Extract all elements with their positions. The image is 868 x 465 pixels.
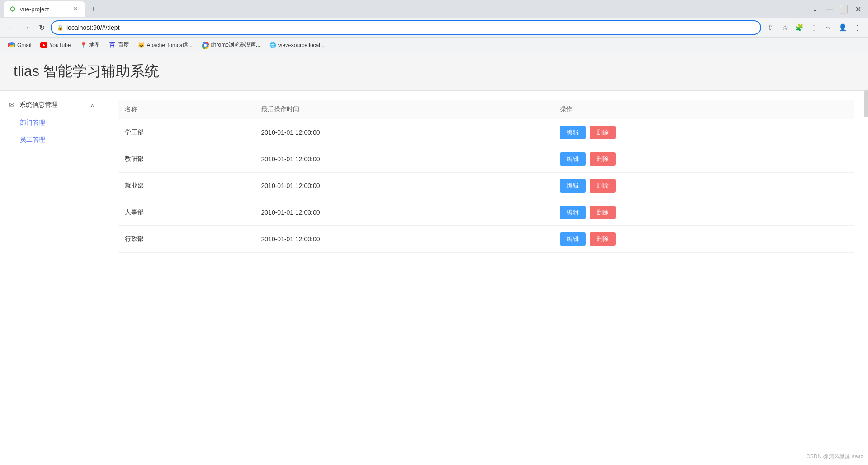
bookmark-youtube[interactable]: YouTube xyxy=(37,40,74,51)
sidebar-item-emp[interactable]: 员工管理 xyxy=(0,132,104,149)
cell-updated-at: 2010-01-01 12:00:00 xyxy=(254,119,552,146)
maps-icon: 📍 xyxy=(80,42,87,49)
table-row: 人事部2010-01-01 12:00:00编辑删除 xyxy=(118,199,854,226)
overflow-button[interactable]: ⋮ xyxy=(851,21,863,34)
edit-button[interactable]: 编辑 xyxy=(560,232,586,246)
bookmark-tomcat-label: Apache Tomcat®... xyxy=(147,42,193,48)
delete-button[interactable]: 删除 xyxy=(590,232,616,246)
bookmark-gmail-label: Gmail xyxy=(17,42,31,48)
toolbar-actions: ⇧ ☆ 🧩 ⋮ ▱ 👤 ⋮ xyxy=(764,21,863,34)
sidebar-menu-item-left: ✉ 系统信息管理 xyxy=(9,101,57,109)
bookmark-maps[interactable]: 📍 地图 xyxy=(76,39,104,51)
app-body: ✉ 系统信息管理 部门管理 员工管理 名称 最后操作时间 xyxy=(0,91,868,465)
cell-name: 行政部 xyxy=(118,226,254,253)
cell-name: 就业部 xyxy=(118,173,254,199)
lock-icon: 🔒 xyxy=(57,24,64,31)
svg-point-3 xyxy=(204,44,207,47)
chevron-up-icon xyxy=(90,101,94,108)
scrollbar-indicator[interactable] xyxy=(864,90,868,117)
profile-button[interactable]: 👤 xyxy=(836,21,849,34)
tab-favicon-icon xyxy=(9,5,16,13)
edit-button[interactable]: 编辑 xyxy=(560,152,586,166)
maximize-button[interactable]: ⬜ xyxy=(837,3,850,15)
cell-actions: 编辑删除 xyxy=(552,173,854,199)
sidebar-emp-label: 员工管理 xyxy=(20,136,45,144)
cell-actions: 编辑删除 xyxy=(552,146,854,173)
cell-updated-at: 2010-01-01 12:00:00 xyxy=(254,226,552,253)
bookmark-chrome-sound[interactable]: chrome浏览器没声... xyxy=(198,39,264,51)
bookmarks-bar: Gmail YouTube 📍 地图 百 百度 🐱 Apache Tomcat®… xyxy=(0,37,868,52)
bookmark-button[interactable]: ☆ xyxy=(778,21,791,34)
cell-updated-at: 2010-01-01 12:00:00 xyxy=(254,146,552,173)
browser-chrome: vue-project ✕ + ⌄ — ⬜ ✕ ← → ↻ 🔒 ⇧ ☆ 🧩 ⋮ … xyxy=(0,0,868,52)
edit-button[interactable]: 编辑 xyxy=(560,179,586,193)
share-button[interactable]: ⇧ xyxy=(764,21,777,34)
mail-icon: ✉ xyxy=(9,101,15,109)
cell-actions: 编辑删除 xyxy=(552,199,854,226)
table-row: 学工部2010-01-01 12:00:00编辑删除 xyxy=(118,119,854,146)
back-button[interactable]: ← xyxy=(5,21,17,34)
gmail-icon xyxy=(8,42,15,49)
bookmark-gmail[interactable]: Gmail xyxy=(5,40,35,51)
bookmark-tomcat[interactable]: 🐱 Apache Tomcat®... xyxy=(134,40,196,51)
cell-actions: 编辑删除 xyxy=(552,119,854,146)
bookmark-view-source[interactable]: 🌐 view-source:local... xyxy=(266,40,328,51)
main-content: 名称 最后操作时间 操作 学工部2010-01-01 12:00:00编辑删除教… xyxy=(104,91,868,465)
new-tab-button[interactable]: + xyxy=(87,3,99,15)
cell-name: 学工部 xyxy=(118,119,254,146)
table-row: 教研部2010-01-01 12:00:00编辑删除 xyxy=(118,146,854,173)
baidu-icon: 百 xyxy=(109,42,116,49)
window-controls: ⌄ — ⬜ ✕ xyxy=(808,3,864,15)
browser-toolbar: ← → ↻ 🔒 ⇧ ☆ 🧩 ⋮ ▱ 👤 ⋮ xyxy=(0,18,868,37)
tomcat-icon: 🐱 xyxy=(138,42,145,49)
sidebar-dept-label: 部门管理 xyxy=(20,119,45,127)
col-actions: 操作 xyxy=(552,100,854,119)
app-header: tlias 智能学习辅助系统 xyxy=(0,52,868,91)
chrome-menu-button[interactable]: ⋮ xyxy=(807,21,820,34)
tab-title-label: vue-project xyxy=(20,6,68,13)
delete-button[interactable]: 删除 xyxy=(590,126,616,139)
expand-tabs-button[interactable]: ⌄ xyxy=(808,3,821,15)
cell-name: 教研部 xyxy=(118,146,254,173)
browser-titlebar: vue-project ✕ + ⌄ — ⬜ ✕ xyxy=(0,0,868,18)
cell-name: 人事部 xyxy=(118,199,254,226)
bookmark-baidu-label: 百度 xyxy=(118,41,129,49)
delete-button[interactable]: 删除 xyxy=(590,206,616,219)
data-table: 名称 最后操作时间 操作 学工部2010-01-01 12:00:00编辑删除教… xyxy=(118,100,854,253)
reload-button[interactable]: ↻ xyxy=(35,21,48,34)
col-updated-at: 最后操作时间 xyxy=(254,100,552,119)
bookmark-view-source-label: view-source:local... xyxy=(278,42,325,48)
bookmark-chrome-sound-label: chrome浏览器没声... xyxy=(211,41,260,49)
extensions-button[interactable]: 🧩 xyxy=(793,21,806,34)
chrome-sound-icon xyxy=(202,42,209,49)
bookmark-youtube-label: YouTube xyxy=(49,42,71,48)
edit-button[interactable]: 编辑 xyxy=(560,206,586,219)
edit-button[interactable]: 编辑 xyxy=(560,126,586,139)
table-row: 行政部2010-01-01 12:00:00编辑删除 xyxy=(118,226,854,253)
sidebar-submenu: 部门管理 员工管理 xyxy=(0,114,104,149)
sidebar: ✉ 系统信息管理 部门管理 员工管理 xyxy=(0,91,104,465)
tab-close-button[interactable]: ✕ xyxy=(71,5,80,13)
forward-button[interactable]: → xyxy=(20,21,33,34)
bookmark-baidu[interactable]: 百 百度 xyxy=(105,39,132,51)
minimize-button[interactable]: — xyxy=(823,3,835,15)
side-panel-button[interactable]: ▱ xyxy=(822,21,835,34)
view-source-icon: 🌐 xyxy=(269,42,277,49)
sidebar-menu-system[interactable]: ✉ 系统信息管理 xyxy=(0,95,104,114)
delete-button[interactable]: 删除 xyxy=(590,179,616,193)
cell-actions: 编辑删除 xyxy=(552,226,854,253)
youtube-icon xyxy=(40,42,47,49)
app-title: tlias 智能学习辅助系统 xyxy=(14,61,854,81)
cell-updated-at: 2010-01-01 12:00:00 xyxy=(254,173,552,199)
delete-button[interactable]: 删除 xyxy=(590,152,616,166)
app-container: tlias 智能学习辅助系统 ✉ 系统信息管理 部门管理 员工管理 xyxy=(0,52,868,465)
address-bar-input[interactable] xyxy=(66,24,755,31)
close-button[interactable]: ✕ xyxy=(852,3,864,15)
table-header-row: 名称 最后操作时间 操作 xyxy=(118,100,854,119)
table-row: 就业部2010-01-01 12:00:00编辑删除 xyxy=(118,173,854,199)
browser-tab[interactable]: vue-project ✕ xyxy=(4,1,85,17)
cell-updated-at: 2010-01-01 12:00:00 xyxy=(254,199,552,226)
bookmark-maps-label: 地图 xyxy=(89,41,100,49)
sidebar-menu-label: 系统信息管理 xyxy=(19,101,57,109)
sidebar-item-dept[interactable]: 部门管理 xyxy=(0,114,104,132)
